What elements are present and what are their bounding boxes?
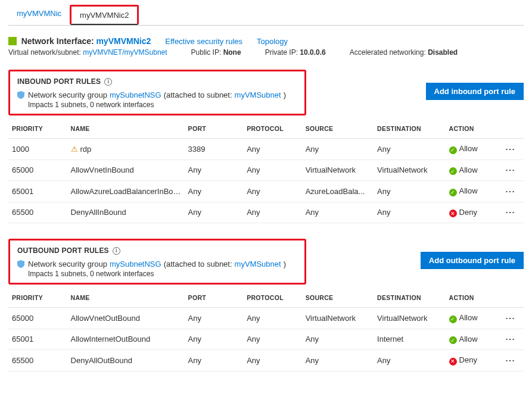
effective-rules-link[interactable]: Effective security rules: [165, 37, 242, 46]
subnet-link[interactable]: myVMSubnet: [235, 260, 281, 268]
subnet-link[interactable]: myVMSubnet: [235, 90, 281, 99]
col-protocol: PROTOCOL: [243, 119, 302, 139]
cell-name: AllowInternetOutBound: [67, 329, 185, 350]
allow-icon: ✓: [449, 146, 457, 154]
nsg-prefix: Network security group: [28, 260, 107, 268]
cell-source: Any: [302, 202, 374, 223]
cell-port: Any: [185, 329, 244, 350]
cell-priority: 1000: [8, 139, 67, 160]
tab-nic-0[interactable]: myVMVMNic: [8, 5, 70, 25]
cell-name: DenyAllInBound: [67, 202, 185, 223]
col-priority: PRIORITY: [8, 119, 67, 139]
cell-port: Any: [185, 202, 244, 223]
cell-source: VirtualNetwork: [302, 308, 374, 329]
cell-name: ⚠rdp: [67, 139, 185, 160]
topology-link[interactable]: Topology: [257, 37, 288, 46]
nsg-link[interactable]: mySubnetNSG: [110, 90, 161, 99]
cell-port: Any: [185, 160, 244, 181]
nic-icon: [8, 37, 17, 45]
info-icon[interactable]: i: [104, 78, 112, 86]
cell-dest: VirtualNetwork: [374, 160, 445, 181]
cell-source: Any: [302, 350, 374, 371]
more-icon[interactable]: ···: [506, 165, 516, 174]
cell-source: Any: [302, 329, 374, 350]
more-icon[interactable]: ···: [506, 335, 516, 343]
cell-action: ✓Allow: [446, 139, 498, 160]
inbound-rules-table: PRIORITY NAME PORT PROTOCOL SOURCE DESTI…: [8, 119, 524, 223]
more-icon[interactable]: ···: [506, 356, 516, 365]
cell-priority: 65000: [8, 308, 67, 329]
warning-icon: ⚠: [71, 145, 78, 154]
vnet-label: Virtual network/subnet:: [8, 48, 81, 57]
table-row[interactable]: 65500DenyAllInBoundAnyAnyAnyAny✕Deny···: [8, 202, 524, 223]
info-icon[interactable]: i: [113, 247, 120, 255]
cell-action: ✓Allow: [446, 160, 498, 181]
tab-nic-1[interactable]: myVMVMNic2: [70, 5, 139, 25]
deny-icon: ✕: [449, 358, 457, 365]
table-row[interactable]: 1000⚠rdp3389AnyAnyAny✓Allow···: [8, 139, 524, 160]
col-destination: DESTINATION: [374, 119, 445, 139]
cell-dest: Any: [374, 202, 445, 223]
col-name: NAME: [67, 119, 185, 139]
nsg-link[interactable]: mySubnetNSG: [110, 260, 161, 268]
cell-source: VirtualNetwork: [302, 160, 374, 181]
col-action: ACTION: [446, 119, 498, 139]
col-port: PORT: [185, 119, 244, 139]
cell-port: Any: [185, 350, 244, 371]
cell-name: AllowAzureLoadBalancerInBou...: [67, 181, 185, 202]
attached-label: (attached to subnet:: [164, 260, 232, 268]
allow-icon: ✓: [449, 189, 457, 196]
cell-priority: 65001: [8, 329, 67, 350]
cell-priority: 65500: [8, 202, 67, 223]
cell-protocol: Any: [243, 139, 302, 160]
outbound-heading: OUTBOUND PORT RULES i: [17, 246, 297, 255]
cell-priority: 65500: [8, 350, 67, 371]
cell-dest: Any: [374, 350, 445, 371]
table-row[interactable]: 65001AllowInternetOutBoundAnyAnyAnyInter…: [8, 329, 524, 350]
add-outbound-rule-button[interactable]: Add outbound port rule: [421, 252, 524, 269]
nic-title-prefix: Network Interface:: [21, 36, 94, 46]
nic-tabs: myVMVMNic myVMVMNic2: [8, 5, 524, 26]
cell-port: Any: [185, 308, 244, 329]
allow-icon: ✓: [449, 315, 457, 323]
cell-dest: Any: [374, 139, 445, 160]
cell-source: AzureLoadBala...: [302, 181, 374, 202]
cell-port: Any: [185, 181, 244, 202]
cell-port: 3389: [185, 139, 244, 160]
cell-action: ✓Allow: [446, 308, 498, 329]
table-row[interactable]: 65500DenyAllOutBoundAnyAnyAnyAny✕Deny···: [8, 350, 524, 371]
cell-protocol: Any: [243, 350, 302, 371]
inbound-impacts: Impacts 1 subnets, 0 network interfaces: [17, 101, 297, 109]
nsg-prefix: Network security group: [28, 90, 107, 99]
cell-dest: Any: [374, 181, 445, 202]
more-icon[interactable]: ···: [506, 314, 516, 323]
inbound-header-box: INBOUND PORT RULES i Network security gr…: [8, 70, 306, 115]
more-icon[interactable]: ···: [506, 145, 516, 154]
more-icon[interactable]: ···: [506, 187, 516, 196]
allow-icon: ✓: [449, 167, 457, 175]
cell-name: AllowVnetInBound: [67, 160, 185, 181]
outbound-header-box: OUTBOUND PORT RULES i Network security g…: [8, 239, 306, 285]
add-inbound-rule-button[interactable]: Add inbound port rule: [426, 83, 524, 100]
privip-label: Private IP:: [265, 48, 298, 57]
accel-label: Accelerated networking:: [350, 48, 426, 57]
cell-protocol: Any: [243, 202, 302, 223]
shield-icon: [17, 260, 24, 268]
cell-name: DenyAllOutBound: [67, 350, 185, 371]
cell-action: ✕Deny: [446, 350, 498, 371]
allow-icon: ✓: [449, 336, 457, 344]
table-row[interactable]: 65001AllowAzureLoadBalancerInBou...AnyAn…: [8, 181, 524, 202]
table-row[interactable]: 65000AllowVnetOutBoundAnyAnyVirtualNetwo…: [8, 308, 524, 329]
cell-priority: 65001: [8, 181, 67, 202]
outbound-impacts: Impacts 1 subnets, 0 network interfaces: [17, 270, 297, 278]
cell-name: AllowVnetOutBound: [67, 308, 185, 329]
more-icon[interactable]: ···: [506, 208, 516, 217]
pubip-value: None: [223, 48, 241, 57]
table-row[interactable]: 65000AllowVnetInBoundAnyAnyVirtualNetwor…: [8, 160, 524, 181]
cell-action: ✓Allow: [446, 181, 498, 202]
vnet-link[interactable]: myVMVNET/myVMSubnet: [83, 48, 167, 57]
inbound-heading: INBOUND PORT RULES i: [17, 77, 297, 86]
nic-header: Network Interface: myVMVMNic2 Effective …: [8, 36, 524, 46]
outbound-rules-table: PRIORITY NAME PORT PROTOCOL SOURCE DESTI…: [8, 288, 524, 371]
nic-name-link[interactable]: myVMVMNic2: [96, 36, 151, 46]
